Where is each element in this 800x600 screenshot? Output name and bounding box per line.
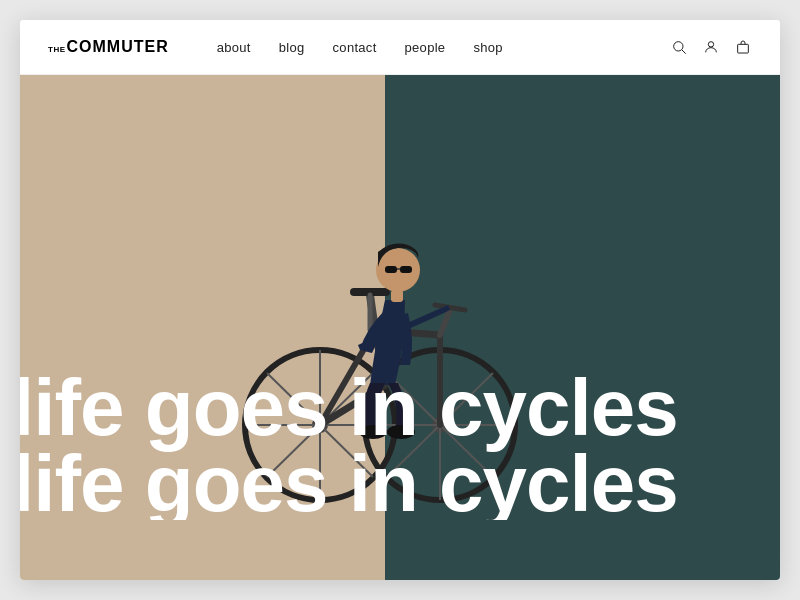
- nav-item-shop[interactable]: shop: [473, 38, 502, 56]
- svg-point-27: [387, 425, 415, 439]
- nav-item-people[interactable]: people: [405, 38, 446, 56]
- svg-rect-30: [400, 266, 412, 273]
- svg-point-2: [708, 42, 713, 47]
- nav-link-about[interactable]: about: [217, 40, 251, 55]
- svg-rect-32: [391, 290, 403, 302]
- nav-links: about blog contact people shop: [217, 38, 670, 56]
- bag-icon[interactable]: [734, 38, 752, 56]
- browser-window: the COMMUTER about blog contact people s…: [20, 20, 780, 580]
- nav-link-contact[interactable]: contact: [333, 40, 377, 55]
- logo[interactable]: the COMMUTER: [48, 38, 169, 56]
- nav-link-people[interactable]: people: [405, 40, 446, 55]
- nav-item-about[interactable]: about: [217, 38, 251, 56]
- navbar: the COMMUTER about blog contact people s…: [20, 20, 780, 75]
- svg-point-0: [674, 42, 683, 51]
- nav-link-blog[interactable]: blog: [279, 40, 305, 55]
- hero-section: life goes in cycles life goes in cycles: [20, 75, 780, 580]
- nav-icons: [670, 38, 752, 56]
- person-bicycle-illustration: [230, 75, 530, 555]
- user-icon[interactable]: [702, 38, 720, 56]
- svg-rect-3: [738, 44, 749, 53]
- search-icon[interactable]: [670, 38, 688, 56]
- logo-name: COMMUTER: [67, 38, 169, 56]
- svg-rect-29: [385, 266, 397, 273]
- nav-item-blog[interactable]: blog: [279, 38, 305, 56]
- nav-item-contact[interactable]: contact: [333, 38, 377, 56]
- svg-point-26: [359, 425, 387, 439]
- logo-prefix: the: [48, 46, 66, 54]
- nav-link-shop[interactable]: shop: [473, 40, 502, 55]
- svg-line-1: [682, 50, 686, 54]
- hero-person: [230, 75, 570, 580]
